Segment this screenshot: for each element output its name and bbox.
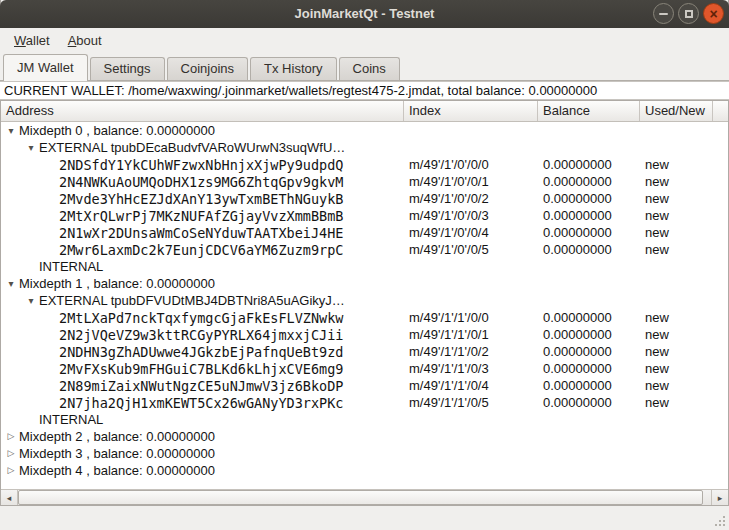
- expander-icon[interactable]: ▾: [3, 275, 19, 292]
- close-button[interactable]: ×: [703, 3, 724, 24]
- column-header-index[interactable]: Index: [404, 101, 538, 121]
- cell-index: m/49'/1'/0'/0/0: [404, 157, 538, 172]
- scroll-right-button[interactable]: ▸: [711, 490, 728, 505]
- scrollbar-track[interactable]: [18, 490, 711, 505]
- cell-address: 2N89miZaixNWutNgzCE5uNJmwV3jz6BkoDP: [1, 378, 404, 394]
- indent-spacer: [1, 351, 43, 352]
- tab-settings[interactable]: Settings: [90, 57, 165, 80]
- tree-row-label: 2N89miZaixNWutNgzCE5uNJmwV3jz6BkoDP: [59, 378, 343, 394]
- cell-balance: 0.00000000: [538, 242, 640, 257]
- tree-body: ▾Mixdepth 0 , balance: 0.00000000▾EXTERN…: [1, 122, 728, 489]
- cell-address: 2NDSfdY1YkCUhWFzwxNbHnjxXjwPy9udpdQ: [1, 157, 404, 173]
- scrollbar-thumb[interactable]: [18, 490, 703, 505]
- tree-row-label: 2Mwr6LaxmDc2k7EunjCDCV6aYM6Zuzm9rpC: [59, 242, 343, 258]
- tab-coinjoins[interactable]: Coinjoins: [167, 57, 248, 80]
- tree-row-address[interactable]: 2N4NWKuAoUMQoDHX1zs9MG6ZhtqGpv9gkvMm/49'…: [1, 173, 728, 190]
- cell-status: new: [640, 344, 728, 359]
- tree-row-address[interactable]: 2N7jha2QjH1xmKEWT5Cx26wGANyYD3rxPKcm/49'…: [1, 394, 728, 411]
- cell-address: 2N1wXr2DUnsaWmCoSeNYduwTAATXbeiJ4HE: [1, 225, 404, 241]
- cell-index: m/49'/1'/1'/0/2: [404, 344, 538, 359]
- cell-index: m/49'/1'/0'/0/1: [404, 174, 538, 189]
- tree-row-label: 2NDHN3gZhADUwwe4JGkzbEjPafnqUeBt9zd: [59, 344, 343, 360]
- maximize-button[interactable]: [678, 3, 699, 24]
- horizontal-scrollbar[interactable]: ◂ ▸: [1, 489, 728, 505]
- cell-address: INTERNAL: [1, 412, 404, 427]
- cell-address: 2N4NWKuAoUMQoDHX1zs9MG6ZhtqGpv9gkvM: [1, 174, 404, 190]
- tree-row-address[interactable]: 2N2jVQeVZ9w3kttRCGyPYRLX64jmxxjCJiim/49'…: [1, 326, 728, 343]
- cell-address: 2MtXrQLwrPj7MKzNUFAfZGjayVvzXmmBBmB: [1, 208, 404, 224]
- indent-spacer: [1, 249, 43, 250]
- cell-status: new: [640, 208, 728, 223]
- cell-address: ▷Mixdepth 4 , balance: 0.00000000: [1, 462, 404, 479]
- cell-balance: 0.00000000: [538, 395, 640, 410]
- expander-icon[interactable]: ▷: [3, 445, 19, 462]
- resize-grip-icon[interactable]: [723, 524, 725, 526]
- column-header-address[interactable]: Address: [1, 101, 404, 121]
- tree-row-mixdepth[interactable]: ▾Mixdepth 1 , balance: 0.00000000: [1, 275, 728, 292]
- cell-address: ▾Mixdepth 0 , balance: 0.00000000: [1, 122, 404, 139]
- scroll-right-icon: ▸: [718, 493, 723, 503]
- cell-balance: 0.00000000: [538, 310, 640, 325]
- expander-icon[interactable]: ▷: [3, 428, 19, 445]
- expander-icon[interactable]: ▷: [3, 462, 19, 479]
- tab-tx-history[interactable]: Tx History: [250, 57, 337, 80]
- status-bar: [0, 506, 729, 530]
- cell-index: m/49'/1'/0'/0/5: [404, 242, 538, 257]
- column-header-used-new[interactable]: Used/New: [640, 101, 713, 121]
- tree-header: AddressIndexBalanceUsed/New: [1, 101, 728, 122]
- tree-row-address[interactable]: 2N89miZaixNWutNgzCE5uNJmwV3jz6BkoDPm/49'…: [1, 377, 728, 394]
- cell-address: ▷Mixdepth 2 , balance: 0.00000000: [1, 428, 404, 445]
- cell-status: new: [640, 327, 728, 342]
- tree-row-branch[interactable]: INTERNAL: [1, 258, 728, 275]
- tree-row-label: 2N1wXr2DUnsaWmCoSeNYduwTAATXbeiJ4HE: [59, 225, 343, 241]
- tree-row-label: INTERNAL: [39, 412, 103, 427]
- tree-row-address[interactable]: 2MvFXsKub9mFHGuiC7BLKd6kLhjxCVE6mg9m/49'…: [1, 360, 728, 377]
- minimize-icon: [659, 13, 668, 15]
- menu-item-about[interactable]: About: [59, 30, 111, 51]
- tree-row-label: Mixdepth 1 , balance: 0.00000000: [19, 276, 215, 291]
- cell-status: new: [640, 225, 728, 240]
- tree-row-label: Mixdepth 3 , balance: 0.00000000: [19, 446, 215, 461]
- cell-status: new: [640, 157, 728, 172]
- tree-row-branch[interactable]: INTERNAL: [1, 411, 728, 428]
- tab-jm-wallet[interactable]: JM Wallet: [3, 54, 88, 81]
- tree-row-mixdepth[interactable]: ▷Mixdepth 4 , balance: 0.00000000: [1, 462, 728, 479]
- tab-bar: JM WalletSettingsCoinjoinsTx HistoryCoin…: [0, 53, 729, 81]
- cell-address: 2N7jha2QjH1xmKEWT5Cx26wGANyYD3rxPKc: [1, 395, 404, 411]
- indent-spacer: [1, 198, 43, 199]
- tree-row-branch[interactable]: ▾EXTERNAL tpubDEcaBudvfVARoWUrwN3suqWfU…: [1, 139, 728, 156]
- tree-row-address[interactable]: 2N1wXr2DUnsaWmCoSeNYduwTAATXbeiJ4HEm/49'…: [1, 224, 728, 241]
- cell-balance: 0.00000000: [538, 344, 640, 359]
- tree-row-address[interactable]: 2NDSfdY1YkCUhWFzwxNbHnjxXjwPy9udpdQm/49'…: [1, 156, 728, 173]
- tree-row-label: 2N4NWKuAoUMQoDHX1zs9MG6ZhtqGpv9gkvM: [59, 174, 343, 190]
- current-wallet-banner: CURRENT WALLET: /home/waxwing/.joinmarke…: [0, 81, 729, 100]
- tree-row-mixdepth[interactable]: ▾Mixdepth 0 , balance: 0.00000000: [1, 122, 728, 139]
- scroll-left-button[interactable]: ◂: [1, 490, 18, 505]
- menu-bar: Wallet About: [0, 28, 729, 53]
- indent-spacer: [1, 215, 43, 216]
- tree-row-label: 2N7jha2QjH1xmKEWT5Cx26wGANyYD3rxPKc: [59, 395, 343, 411]
- tree-row-address[interactable]: 2Mwr6LaxmDc2k7EunjCDCV6aYM6Zuzm9rpCm/49'…: [1, 241, 728, 258]
- indent-spacer: [1, 368, 43, 369]
- cell-address: ▾Mixdepth 1 , balance: 0.00000000: [1, 275, 404, 292]
- cell-balance: 0.00000000: [538, 378, 640, 393]
- column-header-balance[interactable]: Balance: [538, 101, 640, 121]
- tree-row-branch[interactable]: ▾EXTERNAL tpubDFVUDtMBJ4DBTNri8A5uAGikyJ…: [1, 292, 728, 309]
- menu-item-wallet[interactable]: Wallet: [5, 30, 59, 51]
- tree-row-address[interactable]: 2NDHN3gZhADUwwe4JGkzbEjPafnqUeBt9zdm/49'…: [1, 343, 728, 360]
- cell-status: new: [640, 361, 728, 376]
- tree-row-mixdepth[interactable]: ▷Mixdepth 2 , balance: 0.00000000: [1, 428, 728, 445]
- tree-row-label: 2MvFXsKub9mFHGuiC7BLKd6kLhjxCVE6mg9: [59, 361, 343, 377]
- cell-balance: 0.00000000: [538, 225, 640, 240]
- expander-icon[interactable]: ▾: [23, 139, 39, 156]
- title-bar[interactable]: JoinMarketQt - Testnet ×: [0, 0, 729, 28]
- expander-icon[interactable]: ▾: [23, 292, 39, 309]
- tree-row-mixdepth[interactable]: ▷Mixdepth 3 , balance: 0.00000000: [1, 445, 728, 462]
- minimize-button[interactable]: [653, 3, 674, 24]
- expander-icon[interactable]: ▾: [3, 122, 19, 139]
- cell-balance: 0.00000000: [538, 208, 640, 223]
- tree-row-address[interactable]: 2Mvde3YhHcEZJdXAnY13ywTxmBEThNGuykBm/49'…: [1, 190, 728, 207]
- tree-row-address[interactable]: 2MtLXaPd7nckTqxfymgcGjaFkEsFLVZNwkwm/49'…: [1, 309, 728, 326]
- tree-row-address[interactable]: 2MtXrQLwrPj7MKzNUFAfZGjayVvzXmmBBmBm/49'…: [1, 207, 728, 224]
- tab-coins[interactable]: Coins: [339, 57, 400, 80]
